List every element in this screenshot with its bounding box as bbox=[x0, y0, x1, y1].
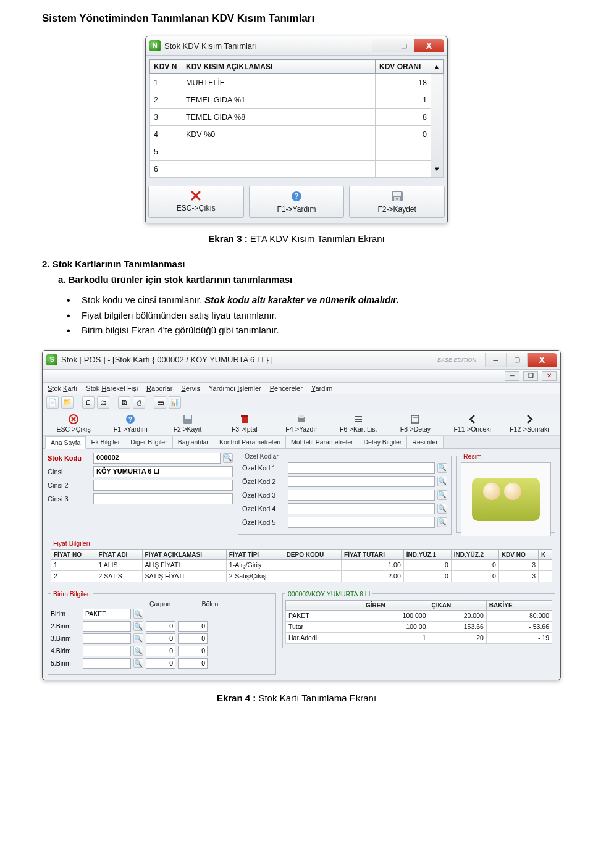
scroll-up-icon[interactable]: ▴ bbox=[431, 60, 444, 74]
menu-servis[interactable]: Servis bbox=[181, 385, 200, 392]
carpan-input[interactable]: 0 bbox=[146, 633, 175, 644]
kdv-col-no: KDV N bbox=[150, 60, 182, 74]
table-row[interactable]: 2 2 SATIS SATIŞ FİYATI 2-Satış/Çıkış 2.0… bbox=[51, 570, 552, 582]
table-row[interactable]: 5 bbox=[150, 143, 444, 161]
lookup-icon[interactable]: 🔍 bbox=[437, 504, 447, 514]
fiyat-table[interactable]: FİYAT NO FİYAT ADI FİYAT AÇIKLAMASI FİYA… bbox=[51, 549, 552, 582]
func-f2[interactable]: F2->Kayıt bbox=[159, 412, 216, 434]
toolbar-icon[interactable]: 📁 bbox=[61, 396, 74, 409]
tab-kontrol-param[interactable]: Kontrol Parametreleri bbox=[214, 436, 286, 448]
table-row[interactable]: 6 bbox=[150, 161, 444, 178]
func-esc[interactable]: ESC->Çıkış bbox=[45, 412, 102, 434]
toolbar-icon[interactable]: ⎙ bbox=[133, 396, 145, 409]
lookup-icon[interactable]: 🔍 bbox=[133, 658, 143, 668]
close-button[interactable]: X bbox=[527, 353, 557, 367]
carpan-input[interactable]: 0 bbox=[146, 621, 175, 632]
toolbar-icon[interactable]: 🗃 bbox=[154, 396, 166, 409]
lookup-icon[interactable]: 🔍 bbox=[133, 609, 143, 619]
close-button[interactable]: X bbox=[414, 39, 444, 52]
cinsi3-input[interactable] bbox=[93, 493, 233, 504]
birim-input[interactable]: PAKET bbox=[83, 609, 131, 619]
bolen-input[interactable]: 0 bbox=[178, 621, 208, 632]
inner-minimize-button[interactable]: ─ bbox=[505, 371, 519, 381]
birim-input[interactable] bbox=[83, 633, 131, 644]
birim-input[interactable] bbox=[83, 646, 131, 656]
toolbar-icon[interactable]: 📄 bbox=[46, 396, 59, 409]
inner-close-button[interactable]: ✕ bbox=[542, 371, 557, 381]
toolbar-icon[interactable]: 🗒 bbox=[82, 396, 95, 409]
func-f6[interactable]: F6->Kart Lis. bbox=[330, 412, 387, 434]
minimize-button[interactable]: ─ bbox=[485, 353, 506, 367]
cinsi2-input[interactable] bbox=[93, 480, 233, 491]
menu-raporlar[interactable]: Raporlar bbox=[146, 385, 172, 392]
help-icon: ? bbox=[290, 190, 303, 202]
table-row[interactable]: 2TEMEL GIDA %11 bbox=[150, 91, 444, 109]
f1-help-button[interactable]: ? F1->Yardım bbox=[249, 186, 345, 218]
tabstrip: Ana Sayfa Ek Bilgiler Diğer Bilgiler Bağ… bbox=[43, 436, 560, 449]
tab-detay-bilgiler[interactable]: Detay Bilgiler bbox=[358, 436, 407, 448]
summary-table: GİREN ÇIKAN BAKİYE PAKET100.00020.00080.… bbox=[285, 600, 552, 644]
tab-diger-bilgiler[interactable]: Diğer Bilgiler bbox=[125, 436, 173, 448]
subitem-a: a. Barkodlu ürünler için stok kartlarını… bbox=[58, 274, 551, 285]
scroll-down-icon[interactable]: ▾ bbox=[431, 74, 444, 178]
lookup-icon[interactable]: 🔍 bbox=[133, 621, 143, 631]
menubar[interactable]: Stok Kartı Stok Hareket Fişi Raporlar Se… bbox=[43, 383, 560, 394]
minimize-button[interactable]: ─ bbox=[372, 39, 393, 52]
lookup-icon[interactable]: 🔍 bbox=[133, 646, 143, 656]
maximize-button[interactable]: ▢ bbox=[393, 39, 414, 52]
menu-yardim[interactable]: Yardım bbox=[311, 385, 333, 392]
menu-stok-karti[interactable]: Stok Kartı bbox=[48, 385, 77, 392]
bolen-input[interactable]: 0 bbox=[178, 633, 208, 644]
table-row[interactable]: 1 1 ALIS ALIŞ FİYATI 1-Alış/Giriş 1.00 0… bbox=[51, 559, 552, 570]
f2-save-button[interactable]: F2->Kaydet bbox=[349, 186, 445, 218]
tab-ana-sayfa[interactable]: Ana Sayfa bbox=[45, 436, 86, 449]
fiyat-bilgileri-fieldset: Fiyat Bilgileri FİYAT NO FİYAT ADI FİYAT… bbox=[48, 540, 555, 586]
lookup-icon[interactable]: 🔍 bbox=[437, 517, 447, 527]
birim-label: 5.Birim bbox=[51, 659, 80, 667]
func-f12[interactable]: F12->Sonraki bbox=[501, 412, 558, 434]
lookup-icon[interactable]: 🔍 bbox=[437, 463, 447, 473]
carpan-input[interactable]: 0 bbox=[146, 646, 175, 656]
tab-ek-bilgiler[interactable]: Ek Bilgiler bbox=[85, 436, 125, 448]
func-f11[interactable]: F11->Önceki bbox=[444, 412, 501, 434]
stok-kodu-label: Stok Kodu bbox=[48, 454, 91, 462]
toolbar-icon[interactable]: 🗂 bbox=[97, 396, 109, 409]
func-f4[interactable]: F4->Yazdır bbox=[273, 412, 330, 434]
table-row[interactable]: 1 MUHTELİF 18 ▾ bbox=[150, 74, 444, 91]
stok-kodu-input[interactable]: 000002 bbox=[93, 453, 221, 464]
svg-text:?: ? bbox=[128, 416, 132, 423]
toolbar-icon[interactable]: 🖹 bbox=[118, 396, 130, 409]
maximize-button[interactable]: ▢ bbox=[506, 353, 527, 367]
menu-stok-hareket[interactable]: Stok Hareket Fişi bbox=[86, 385, 138, 392]
lookup-icon[interactable]: 🔍 bbox=[437, 490, 447, 500]
toolbar-icon[interactable]: 📊 bbox=[169, 396, 181, 409]
tab-muhtelif-param[interactable]: Muhtelif Parametreler bbox=[285, 436, 358, 448]
menu-pencereler[interactable]: Pencereler bbox=[270, 385, 303, 392]
inner-restore-button[interactable]: ❐ bbox=[523, 371, 538, 381]
table-row[interactable]: 3TEMEL GIDA %88 bbox=[150, 109, 444, 126]
bolen-input[interactable]: 0 bbox=[178, 658, 208, 669]
func-f3[interactable]: F3->Iptal bbox=[216, 412, 273, 434]
svg-text:?: ? bbox=[294, 192, 298, 201]
lookup-icon[interactable]: 🔍 bbox=[437, 477, 447, 486]
cinsi-input[interactable]: KÖY YUMURTA 6 LI bbox=[93, 466, 233, 477]
kdv-table[interactable]: KDV N KDV KISIM AÇIKLAMASI KDV ORANI ▴ 1… bbox=[149, 59, 444, 178]
func-f8[interactable]: F8->Detay bbox=[387, 412, 444, 434]
bolen-input[interactable]: 0 bbox=[178, 646, 208, 656]
lookup-icon[interactable]: 🔍 bbox=[223, 453, 233, 463]
ozel-kod-4-input[interactable] bbox=[288, 503, 435, 514]
ozel-kod-5-input[interactable] bbox=[288, 517, 435, 528]
birim-input[interactable] bbox=[83, 658, 131, 669]
birim-input[interactable] bbox=[83, 621, 131, 632]
ozel-kod-3-input[interactable] bbox=[288, 490, 435, 501]
tab-resimler[interactable]: Resimler bbox=[406, 436, 443, 448]
table-row[interactable]: 4KDV %00 bbox=[150, 126, 444, 143]
ozel-kod-2-input[interactable] bbox=[288, 476, 435, 487]
esc-exit-button[interactable]: ESC->Çıkış bbox=[148, 186, 244, 218]
func-f1[interactable]: ?F1->Yardım bbox=[102, 412, 159, 434]
ozel-kod-1-input[interactable] bbox=[288, 462, 435, 474]
carpan-input[interactable]: 0 bbox=[146, 658, 175, 669]
menu-yardimci[interactable]: Yardımcı İşlemler bbox=[209, 385, 261, 392]
lookup-icon[interactable]: 🔍 bbox=[133, 633, 143, 643]
tab-baglantilar[interactable]: Bağlantılar bbox=[172, 436, 214, 448]
